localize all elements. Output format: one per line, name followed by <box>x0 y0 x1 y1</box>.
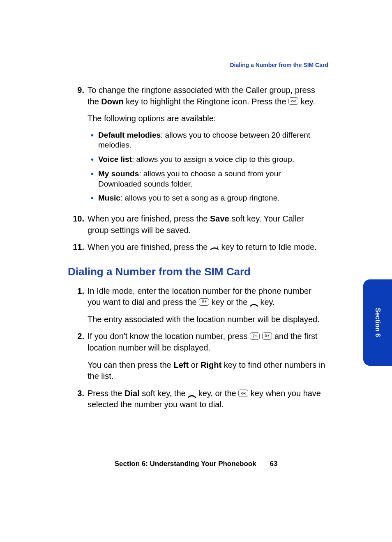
step-number: 11. <box>71 242 84 253</box>
section-tab: Section 6 <box>363 279 392 366</box>
step-body: Press the Dial soft key, the key, or the… <box>88 388 326 411</box>
step-number: 2. <box>71 331 84 382</box>
step-paragraph: When you are finished, press the Save so… <box>88 213 326 236</box>
text: When you are finished, press the <box>88 214 210 223</box>
step-paragraph: The entry associated with the location n… <box>88 314 326 325</box>
step-body: When you are finished, press the Save so… <box>88 213 326 236</box>
send-key-icon <box>250 300 258 305</box>
text: Press the <box>88 389 125 398</box>
text: key. <box>258 298 275 307</box>
list-item: My sounds: allows you to choose a sound … <box>98 169 326 189</box>
running-header: Dialing a Number from the SIM Card <box>68 62 328 68</box>
text: key. <box>298 97 315 106</box>
page-footer: Section 6: Understanding Your Phonebook … <box>0 460 392 468</box>
step-paragraph: Press the Dial soft key, the key, or the… <box>88 388 326 411</box>
text: key to return to Idle mode. <box>219 242 317 251</box>
step-number: 1. <box>71 286 84 325</box>
text: key to highlight the Ringtone icon. Pres… <box>124 97 288 106</box>
section-heading: Dialing a Number from the SIM Card <box>68 265 326 278</box>
text: or <box>189 360 201 369</box>
bold-text: My sounds <box>98 169 139 178</box>
text: You can then press the <box>88 360 173 369</box>
text: : allows you to assign a voice clip to t… <box>132 155 294 164</box>
step-9: 9. To change the ringtone associated wit… <box>68 85 326 208</box>
text: When you are finished, press the <box>88 242 210 251</box>
section-tab-label: Section 6 <box>374 308 381 337</box>
list-item: Voice list: allows you to assign a voice… <box>98 155 326 165</box>
text: key, or the <box>196 389 238 398</box>
step-paragraph: You can then press the Left or Right key… <box>88 360 326 382</box>
bold-text: Save <box>210 214 229 223</box>
step-number: 3. <box>71 388 84 411</box>
page-number: 63 <box>270 460 277 468</box>
step-paragraph: The following options are available: <box>88 113 326 125</box>
sim-step-2: 2. If you don't know the location number… <box>68 331 326 382</box>
bold-text: Music <box>98 194 120 202</box>
send-key-icon <box>188 391 196 396</box>
step-body: In Idle mode, enter the location number … <box>88 286 326 325</box>
step-paragraph: In Idle mode, enter the location number … <box>88 286 326 308</box>
page-content: Dialing a Number from the SIM Card 9. To… <box>0 0 392 411</box>
bold-text: Dial <box>125 389 140 398</box>
ok-key-icon: OK <box>238 390 248 397</box>
step-number: 9. <box>71 85 84 208</box>
ok-key-icon: OK <box>288 97 298 105</box>
hash-key-icon: #✻ <box>199 298 209 306</box>
list-item: Music: allows you to set a song as a gro… <box>98 193 326 203</box>
text: If you don't know the location number, p… <box>88 332 250 341</box>
bold-text: Left <box>173 360 189 369</box>
sim-step-3: 3. Press the Dial soft key, the key, or … <box>68 388 326 411</box>
list-item: Default melodies: allows you to choose b… <box>98 130 326 150</box>
text: key or the <box>209 298 250 307</box>
text: soft key, the <box>140 389 188 398</box>
step-paragraph: When you are finished, press the key to … <box>88 242 326 253</box>
one-key-icon: 1∞ <box>250 332 260 340</box>
step-11: 11. When you are finished, press the key… <box>68 242 326 253</box>
bold-text: Voice list <box>98 155 132 164</box>
svg-point-0 <box>217 247 218 248</box>
footer-section: Section 6: Understanding Your Phonebook <box>115 460 256 468</box>
step-10: 10. When you are finished, press the Sav… <box>68 213 326 236</box>
step-body: If you don't know the location number, p… <box>88 331 326 382</box>
text: : allows you to set a song as a group ri… <box>120 194 280 202</box>
sim-step-1: 1. In Idle mode, enter the location numb… <box>68 286 326 325</box>
step-number: 10. <box>71 213 84 236</box>
bold-text: Right <box>201 360 221 369</box>
bold-text: Default melodies <box>98 131 161 139</box>
options-list: Default melodies: allows you to choose b… <box>88 130 326 203</box>
end-call-key-icon <box>210 244 219 250</box>
step-paragraph: To change the ringtone associated with t… <box>88 85 326 107</box>
hash-key-icon: #✻ <box>262 332 272 340</box>
step-body: When you are finished, press the key to … <box>88 242 326 253</box>
step-body: To change the ringtone associated with t… <box>88 85 326 208</box>
step-paragraph: If you don't know the location number, p… <box>88 331 326 353</box>
bold-text: Down <box>101 97 123 106</box>
